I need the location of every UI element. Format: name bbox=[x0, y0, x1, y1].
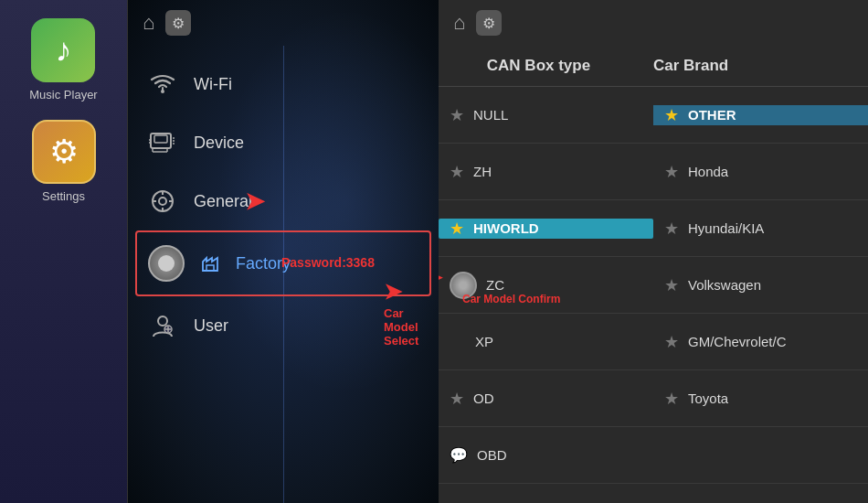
svg-point-0 bbox=[161, 90, 164, 93]
star-icon-volkswagen: ★ bbox=[664, 275, 679, 295]
star-icon-toyota: ★ bbox=[664, 389, 679, 409]
can-row-0-right[interactable]: ★ OTHER bbox=[653, 105, 868, 125]
can-row-3: ZC ★ Volkswagen ➤ Car Model Confirm bbox=[439, 257, 868, 314]
middle-home-icon[interactable]: ⌂ bbox=[143, 11, 154, 35]
can-row-5-left[interactable]: ★ OD bbox=[439, 389, 653, 409]
device-icon bbox=[146, 126, 179, 159]
star-icon-honda: ★ bbox=[664, 162, 679, 182]
star-icon-other: ★ bbox=[664, 105, 679, 125]
can-row-0: ★ NULL ★ OTHER bbox=[439, 87, 868, 144]
device-label: Device bbox=[194, 134, 244, 153]
can-row-1: ★ ZH ★ Honda bbox=[439, 144, 868, 200]
star-icon-hiworld: ★ bbox=[450, 219, 464, 239]
settings-app[interactable]: ⚙ Settings bbox=[32, 120, 96, 203]
row-label-obd: OBD bbox=[477, 447, 507, 463]
middle-gear-icon[interactable]: ⚙ bbox=[165, 10, 191, 36]
settings-gear-icon: ⚙ bbox=[49, 133, 79, 171]
factory-toggle[interactable] bbox=[148, 245, 185, 282]
svg-point-18 bbox=[158, 316, 167, 326]
row-label-zc: ZC bbox=[486, 277, 504, 293]
right-panel: ⌂ ⚙ CAN Box type Car Brand ★ NULL ★ OTHE… bbox=[439, 0, 868, 503]
can-row-2-left[interactable]: ★ HIWORLD bbox=[439, 219, 653, 239]
can-row-1-left[interactable]: ★ ZH bbox=[439, 162, 653, 182]
can-row-2: ★ HIWORLD ★ Hyundai/KIA bbox=[439, 200, 868, 257]
svg-rect-2 bbox=[154, 135, 167, 143]
right-home-icon[interactable]: ⌂ bbox=[453, 11, 465, 35]
can-row-4: XP ★ GM/Chevrolet/C bbox=[439, 314, 868, 370]
can-row-4-left[interactable]: XP bbox=[439, 334, 653, 349]
row-label-honda: Honda bbox=[688, 164, 728, 179]
svg-point-12 bbox=[159, 198, 166, 205]
music-player-app[interactable]: ♪ Music Player bbox=[29, 18, 97, 102]
star-icon-zh: ★ bbox=[450, 162, 464, 182]
can-row-5-right[interactable]: ★ Toyota bbox=[653, 389, 868, 409]
user-icon bbox=[146, 309, 179, 342]
can-row-1-right[interactable]: ★ Honda bbox=[653, 162, 868, 182]
row-label-other: OTHER bbox=[688, 107, 736, 123]
music-player-icon-box: ♪ bbox=[31, 18, 95, 82]
can-rows: ★ NULL ★ OTHER ★ ZH ★ Honda ★ HIWORLD bbox=[439, 87, 868, 503]
row-label-hiworld: HIWORLD bbox=[473, 220, 539, 236]
row-label-toyota: Toyota bbox=[688, 391, 728, 406]
row-label-zh: ZH bbox=[473, 164, 492, 179]
can-row-0-left[interactable]: ★ NULL bbox=[439, 105, 653, 125]
music-note-icon: ♪ bbox=[55, 31, 71, 70]
right-top-bar: ⌂ ⚙ bbox=[439, 0, 868, 46]
general-label: General bbox=[194, 192, 252, 211]
settings-icon-box: ⚙ bbox=[32, 120, 96, 184]
menu-list: Wi-Fi ➤ Device bbox=[128, 46, 439, 364]
sidebar: ♪ Music Player ⚙ Settings bbox=[0, 0, 128, 503]
middle-top-bar: ⌂ ⚙ bbox=[128, 0, 439, 46]
row-label-od: OD bbox=[473, 391, 494, 406]
menu-item-general[interactable]: General bbox=[128, 172, 439, 230]
can-row-6: 💬 OBD bbox=[439, 427, 868, 484]
row-label-gm: GM/Chevrolet/C bbox=[688, 334, 787, 349]
user-label: User bbox=[194, 316, 228, 336]
star-icon-gm: ★ bbox=[664, 332, 679, 352]
row-label-volkswagen: Volkswagen bbox=[688, 277, 761, 293]
star-icon-hyundai: ★ bbox=[664, 219, 679, 239]
right-gear-symbol: ⚙ bbox=[482, 15, 495, 32]
can-box-type-header: CAN Box type bbox=[439, 53, 639, 79]
can-row-6-left[interactable]: 💬 OBD bbox=[439, 446, 653, 464]
right-gear-icon[interactable]: ⚙ bbox=[476, 10, 502, 36]
wifi-icon bbox=[146, 68, 179, 101]
factory-label: Factory bbox=[236, 254, 291, 273]
car-brand-header: Car Brand bbox=[639, 53, 868, 79]
star-icon-od: ★ bbox=[450, 389, 464, 409]
menu-item-wifi[interactable]: Wi-Fi bbox=[128, 55, 439, 113]
zc-toggle[interactable] bbox=[450, 272, 477, 299]
row-label-xp: XP bbox=[475, 334, 493, 349]
middle-panel: ⌂ ⚙ Wi-Fi ➤ bbox=[128, 0, 439, 503]
toggle-inner bbox=[158, 255, 175, 272]
settings-label: Settings bbox=[42, 189, 85, 203]
general-icon bbox=[146, 185, 179, 218]
can-box-header: CAN Box type Car Brand bbox=[439, 46, 868, 87]
menu-item-factory[interactable]: Factory ➤ bbox=[135, 230, 431, 296]
music-player-label: Music Player bbox=[29, 88, 97, 102]
can-row-5: ★ OD ★ Toyota bbox=[439, 370, 868, 427]
star-icon-null: ★ bbox=[450, 105, 464, 125]
gear-symbol: ⚙ bbox=[172, 15, 185, 32]
can-row-2-right[interactable]: ★ Hyundai/KIA bbox=[653, 219, 868, 239]
wifi-label: Wi-Fi bbox=[194, 75, 232, 94]
menu-item-user[interactable]: User bbox=[128, 296, 439, 355]
can-row-3-right[interactable]: ★ Volkswagen bbox=[653, 275, 868, 295]
row-label-null: NULL bbox=[473, 107, 508, 123]
menu-item-device[interactable]: Device bbox=[128, 113, 439, 172]
obd-chat-icon: 💬 bbox=[450, 446, 468, 464]
row-label-hyundai: Hyundai/KIA bbox=[688, 220, 764, 236]
can-row-4-right[interactable]: ★ GM/Chevrolet/C bbox=[653, 332, 868, 352]
factory-icon bbox=[194, 247, 227, 280]
can-row-3-left[interactable]: ZC bbox=[439, 272, 653, 299]
